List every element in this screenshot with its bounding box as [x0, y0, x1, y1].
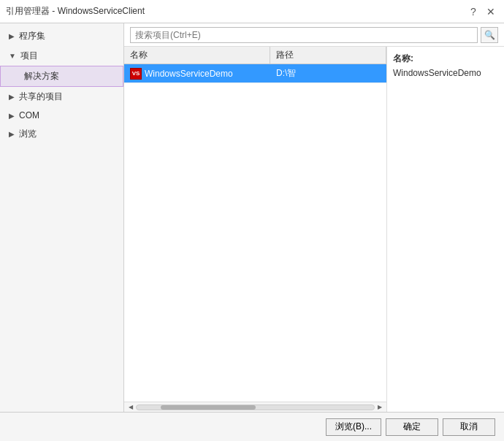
search-input[interactable] — [130, 27, 478, 43]
ok-button[interactable]: 确定 — [386, 418, 438, 436]
browse-label: 浏览 — [19, 128, 37, 140]
scroll-left-arrow[interactable]: ◀ — [126, 404, 136, 410]
right-panel: 🔍 名称 路径 VS WindowsServiceDemo D:\智 — [124, 23, 504, 412]
col-header-path: 路径 — [270, 47, 386, 64]
close-button[interactable]: ✕ — [484, 4, 498, 19]
detail-value: WindowsServiceDemo — [393, 68, 498, 78]
sidebar-item-shared[interactable]: ▶ 共享的项目 — [0, 87, 123, 107]
table-header: 名称 路径 — [124, 47, 386, 64]
search-bar: 🔍 — [124, 23, 504, 47]
com-label: COM — [19, 110, 39, 120]
project-arrow: ▼ — [9, 52, 16, 60]
window-title: 引用管理器 - WindowsServiceClient — [6, 5, 145, 18]
row-name: WindowsServiceDemo — [145, 69, 233, 79]
table-cell-path: D:\智 — [270, 65, 386, 82]
table-body: VS WindowsServiceDemo D:\智 — [124, 64, 386, 402]
scrollbar-track[interactable] — [136, 404, 375, 410]
help-button[interactable]: ? — [466, 4, 481, 19]
sidebar-item-browse[interactable]: ▶ 浏览 — [0, 124, 123, 144]
panel-body: 名称 路径 VS WindowsServiceDemo D:\智 ◀ — [124, 47, 504, 412]
com-arrow: ▶ — [9, 112, 15, 120]
col-header-name: 名称 — [124, 47, 270, 64]
detail-label: 名称: — [393, 53, 498, 65]
detail-panel: 名称: WindowsServiceDemo — [387, 47, 504, 412]
title-bar: 引用管理器 - WindowsServiceClient ? ✕ — [0, 0, 504, 23]
table-area: 名称 路径 VS WindowsServiceDemo D:\智 ◀ — [124, 47, 387, 412]
assemblies-arrow: ▶ — [9, 32, 15, 40]
horizontal-scrollbar[interactable]: ◀ ▶ — [124, 402, 386, 412]
shared-arrow: ▶ — [9, 93, 15, 101]
scrollbar-thumb[interactable] — [161, 405, 256, 410]
sidebar: ▶ 程序集 ▼ 项目 解决方案 ▶ 共享的项目 ▶ COM ▶ 浏览 — [0, 23, 124, 412]
window-controls: ? ✕ — [466, 4, 498, 19]
browse-arrow: ▶ — [9, 130, 15, 138]
footer: 浏览(B)... 确定 取消 — [0, 412, 504, 441]
sidebar-item-com[interactable]: ▶ COM — [0, 107, 123, 124]
table-cell-name: VS WindowsServiceDemo — [124, 66, 270, 82]
sidebar-item-solution[interactable]: 解决方案 — [0, 66, 123, 87]
table-row[interactable]: VS WindowsServiceDemo D:\智 — [124, 64, 386, 83]
browse-button[interactable]: 浏览(B)... — [326, 418, 381, 436]
project-icon: VS — [130, 68, 142, 80]
scroll-right-arrow[interactable]: ▶ — [375, 404, 385, 410]
main-content: ▶ 程序集 ▼ 项目 解决方案 ▶ 共享的项目 ▶ COM ▶ 浏览 🔍 — [0, 23, 504, 412]
cancel-button[interactable]: 取消 — [443, 418, 495, 436]
assemblies-label: 程序集 — [19, 30, 45, 42]
search-button[interactable]: 🔍 — [481, 27, 498, 43]
shared-label: 共享的项目 — [19, 91, 63, 103]
sidebar-item-project[interactable]: ▼ 项目 — [0, 46, 123, 66]
solution-label: 解决方案 — [24, 71, 59, 81]
project-label: 项目 — [20, 50, 38, 62]
sidebar-item-assemblies[interactable]: ▶ 程序集 — [0, 26, 123, 46]
